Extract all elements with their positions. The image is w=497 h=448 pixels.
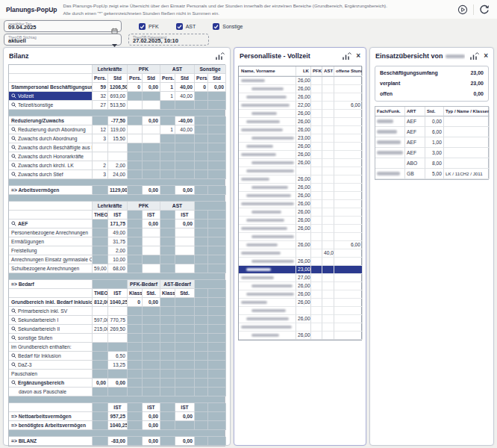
personal-row[interactable]: 26,00 (239, 93, 361, 102)
close-icon[interactable]: × (484, 52, 488, 60)
bilanz-row[interactable]: Zuwachs durch Abordnung315,50 (9, 134, 225, 143)
personal-row[interactable]: 26,00 (239, 208, 361, 217)
bilanz-cell (208, 220, 226, 228)
personal-row[interactable]: 26,00 (239, 175, 361, 184)
chart-expand-icon[interactable] (215, 52, 225, 60)
row-label[interactable]: Primarbereich inkl. SV (9, 307, 93, 316)
row-label[interactable]: Reduzierung durch Abordnung (9, 125, 93, 134)
row-label[interactable]: Sekundarbereich I (9, 316, 93, 325)
bilanz-row[interactable]: AEF171,750,000,00 (9, 220, 225, 228)
row-label[interactable]: Zuwachs durch kirchl. LK (9, 161, 93, 170)
bilanz-cell: 0,00 (143, 186, 160, 195)
art-value: AEF (405, 137, 425, 148)
personal-row[interactable]: 26,00 (239, 192, 361, 200)
bilanz-cell (195, 325, 208, 334)
bilanz-row[interactable]: sonstige Stufen (9, 334, 225, 343)
checkbox-checked-icon[interactable] (213, 23, 219, 30)
personal-row[interactable]: 40,00 (239, 249, 361, 258)
ast-hours (322, 151, 334, 159)
checkbox-label: AST (186, 24, 196, 29)
personal-row[interactable]: 26,00 (239, 85, 361, 93)
personal-row[interactable] (239, 233, 361, 241)
personal-row[interactable]: 26,00 (239, 315, 361, 323)
personal-row[interactable] (239, 167, 361, 175)
ast-hours (322, 118, 334, 126)
open-hours (334, 307, 363, 315)
row-label[interactable]: Sekundarbereich II (9, 325, 93, 334)
bilanz-cell (195, 388, 208, 396)
personal-row[interactable]: 26,00 (239, 159, 361, 167)
bilanz-cell: 40,00 (175, 83, 195, 92)
bilanz-cell (160, 412, 175, 421)
chart-expand-icon[interactable] (342, 52, 351, 60)
checkbox-ast[interactable]: AST (176, 23, 196, 30)
bilanz-row[interactable]: Reduzierung durch Abordnung12119,00140,0… (9, 125, 225, 134)
play-icon[interactable] (457, 4, 468, 15)
personal-row[interactable]: 26,00 (239, 282, 361, 290)
row-label[interactable]: AEF (9, 220, 93, 228)
personal-row[interactable]: 26,006,00 (239, 241, 361, 249)
checkbox-sonstige[interactable]: Sonstige (213, 23, 243, 30)
magnifier-icon (11, 93, 16, 99)
personal-row[interactable]: 22,006,00 (239, 102, 361, 110)
personal-row[interactable]: 26,00 (239, 143, 361, 151)
row-label[interactable]: Zuwachs durch Honorarkräfte (9, 152, 93, 161)
row-label[interactable]: DaZ-3 (9, 361, 93, 370)
refresh-icon[interactable] (479, 4, 490, 15)
row-label[interactable]: Zuwachs durch Stief (9, 170, 93, 179)
personal-row[interactable]: 26,00 (239, 290, 361, 299)
bilanz-row[interactable]: Sekundarbereich II215,00269,50 (9, 325, 225, 334)
close-icon[interactable]: × (356, 52, 360, 60)
personal-row[interactable]: 26,00 (239, 110, 361, 118)
bilanz-row[interactable]: Zuwachs durch kirchl. LK22,00 (9, 161, 225, 170)
row-label[interactable]: Vollzeit (9, 92, 93, 101)
personal-row[interactable]: 26,00 (239, 118, 361, 126)
bilanz-row[interactable]: Primarbereich inkl. SV (9, 307, 225, 316)
checkbox-pfk[interactable]: PFK (139, 23, 159, 30)
bilanz-cell (195, 334, 208, 343)
personal-row[interactable]: 26,00 (239, 332, 361, 340)
date-field[interactable]: gewählter Tag 09.04.2025 (4, 20, 122, 32)
chart-expand-icon[interactable] (469, 52, 479, 60)
personal-row[interactable]: 23,00 (239, 134, 361, 143)
bilanz-cell (160, 388, 175, 396)
personal-row[interactable]: 26,00 (239, 184, 361, 192)
bilanz-cell: 1 (160, 92, 175, 101)
pfk-hours (311, 315, 322, 323)
personal-row[interactable]: 27,00 (239, 274, 361, 282)
personal-row[interactable] (239, 323, 361, 332)
personal-row-selected[interactable]: 23,00 (239, 266, 361, 274)
stichtag-select[interactable]: TheoDB Stichtag aktuell (4, 34, 122, 46)
bilanz-row[interactable]: Zuwachs durch Stief324,00 (9, 170, 225, 179)
bilanz-row[interactable]: Ergänzungsbereich0,000,00 (9, 379, 225, 388)
row-label[interactable]: Zuwachs durch Beschäftigte aus Mitteln (9, 143, 93, 152)
personal-row[interactable]: 26,00 (239, 258, 361, 266)
bilanz-row[interactable]: DaZ-313,25 (9, 361, 225, 370)
bilanz-cell: 2,00 (108, 161, 128, 170)
personal-row[interactable]: 26,00 (239, 217, 361, 225)
personal-row[interactable]: 26,00 (239, 299, 361, 307)
checkbox-checked-icon[interactable] (176, 23, 183, 30)
ast-hours (322, 126, 334, 134)
personal-row[interactable]: 26,00 (239, 151, 361, 159)
bilanz-cell (175, 379, 195, 388)
bilanz-row[interactable]: Vollzeit32693,00140,00 (9, 92, 225, 101)
row-label[interactable]: Bedarf für Inklusion (9, 352, 93, 361)
personal-row[interactable] (239, 307, 361, 315)
bilanz-row[interactable]: Zuwachs durch Honorarkräfte (9, 152, 225, 161)
personal-row[interactable]: 26,00 (239, 126, 361, 134)
row-label[interactable]: Teilzeit/sonstige (9, 101, 93, 110)
row-label[interactable]: Ergänzungsbereich (9, 379, 93, 388)
bilanz-cell (195, 220, 208, 228)
bilanz-row[interactable]: Sekundarbereich I597,00770,75 (9, 316, 225, 325)
personal-row[interactable]: 26,00 (239, 225, 361, 233)
row-label[interactable]: Zuwachs durch Abordnung (9, 134, 93, 143)
filter-bar: gewählter Tag 09.04.2025 PFKASTSonstige … (0, 19, 497, 47)
personal-row[interactable]: 26,00 (239, 200, 361, 208)
bilanz-row[interactable]: Zuwachs durch Beschäftigte aus Mitteln (9, 143, 225, 152)
personal-row[interactable]: 26,00 (239, 77, 361, 85)
bilanz-row[interactable]: Bedarf für Inklusion6,50 (9, 352, 225, 361)
row-label[interactable]: sonstige Stufen (9, 334, 93, 343)
bilanz-row[interactable]: Teilzeit/sonstige27513,50 (9, 101, 225, 110)
checkbox-checked-icon[interactable] (139, 23, 146, 30)
